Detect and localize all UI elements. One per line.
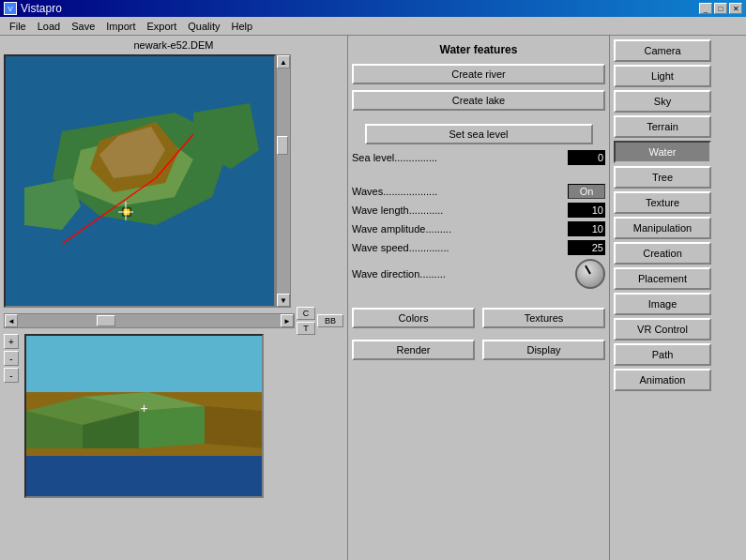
scroll-down-button[interactable]: ▼: [277, 294, 290, 307]
nav-terrain-button[interactable]: Terrain: [614, 115, 711, 138]
nav-water-button[interactable]: Water: [614, 141, 711, 163]
left-panel: newark-e52.DEM: [0, 36, 347, 560]
wave-direction-row: Wave direction.........: [352, 259, 605, 289]
3d-view[interactable]: +: [24, 334, 264, 498]
close-button[interactable]: ✕: [729, 3, 742, 14]
3d-terrain: [26, 392, 262, 456]
scroll-right-button[interactable]: ►: [281, 314, 294, 327]
title-bar: V Vistapro _ □ ✕: [0, 0, 746, 17]
wave-speed-row: Wave speed.............. 25: [352, 240, 605, 255]
wave-amplitude-row: Wave amplitude......... 10: [352, 221, 605, 236]
waves-label: Waves...................: [352, 186, 568, 197]
create-lake-button[interactable]: Create lake: [352, 90, 605, 111]
dial-indicator: [585, 265, 591, 275]
zoom-plus-button[interactable]: +: [4, 334, 19, 349]
sea-level-row: Sea level............... 0: [352, 150, 605, 165]
map-title: newark-e52.DEM: [4, 39, 343, 51]
wave-length-value[interactable]: 10: [568, 203, 605, 218]
window-title: Vistapro: [21, 2, 62, 15]
create-river-button[interactable]: Create river: [352, 64, 605, 84]
menu-load[interactable]: Load: [32, 20, 66, 33]
right-nav-panel: Camera Light Sky Terrain Water Tree Text…: [610, 36, 715, 560]
maximize-button[interactable]: □: [714, 3, 727, 14]
scroll-left-button[interactable]: ◄: [5, 314, 18, 327]
wave-speed-value[interactable]: 25: [568, 240, 605, 255]
wave-direction-label: Wave direction.........: [352, 268, 575, 280]
wave-length-label: Wave length............: [352, 204, 568, 216]
nav-animation-button[interactable]: Animation: [614, 369, 711, 391]
panel-title: Water features: [352, 39, 605, 64]
wave-amplitude-value[interactable]: 10: [568, 221, 605, 236]
svg-marker-18: [205, 406, 264, 448]
scrollbar-thumb-v[interactable]: [277, 136, 288, 155]
menu-save[interactable]: Save: [66, 20, 100, 33]
zoom-minus2-button[interactable]: -: [4, 368, 19, 383]
sea-level-value[interactable]: 0: [568, 150, 605, 165]
wave-length-row: Wave length............ 10: [352, 203, 605, 218]
zoom-minus-button[interactable]: -: [4, 351, 19, 366]
map-view-container: ▲ ▼: [4, 54, 343, 308]
c-button[interactable]: C: [297, 307, 315, 320]
nav-tree-button[interactable]: Tree: [614, 166, 711, 189]
view3d-container: + - -: [4, 334, 343, 498]
textures-button[interactable]: Textures: [482, 308, 605, 328]
nav-creation-button[interactable]: Creation: [614, 242, 711, 265]
set-sea-level-button[interactable]: Set sea level: [365, 124, 593, 144]
nav-image-button[interactable]: Image: [614, 293, 711, 315]
wave-amplitude-label: Wave amplitude.........: [352, 223, 568, 235]
terrain-map-svg: [6, 56, 276, 308]
colors-textures-row: Colors Textures: [352, 308, 605, 328]
app-icon: V: [4, 2, 17, 15]
nav-placement-button[interactable]: Placement: [614, 267, 711, 290]
t-button[interactable]: T: [297, 322, 315, 335]
bb-button[interactable]: BB: [317, 314, 343, 327]
waves-row: Waves................... On: [352, 184, 605, 199]
3d-water: [26, 456, 262, 496]
menu-import[interactable]: Import: [100, 20, 141, 33]
menu-bar: File Load Save Import Export Quality Hel…: [0, 17, 746, 36]
map-bottom-bar: ◄ ► C T BB: [4, 311, 343, 330]
map-scrollbar-vertical[interactable]: ▲ ▼: [276, 54, 291, 308]
menu-file[interactable]: File: [4, 20, 32, 33]
nav-manipulation-button[interactable]: Manipulation: [614, 217, 711, 239]
nav-vr-control-button[interactable]: VR Control: [614, 318, 711, 341]
render-button[interactable]: Render: [352, 340, 475, 360]
waves-toggle[interactable]: On: [568, 184, 605, 199]
wave-direction-dial[interactable]: [575, 259, 605, 289]
water-features-panel: Water features Create river Create lake …: [347, 36, 610, 560]
menu-export[interactable]: Export: [141, 20, 182, 33]
scroll-up-button[interactable]: ▲: [277, 55, 290, 68]
map-view[interactable]: [4, 54, 276, 308]
scrollbar-track-v[interactable]: [277, 68, 290, 294]
render-display-row: Render Display: [352, 340, 605, 360]
main-container: newark-e52.DEM: [0, 36, 746, 560]
menu-help[interactable]: Help: [226, 20, 259, 33]
wave-speed-label: Wave speed..............: [352, 242, 568, 253]
nav-camera-button[interactable]: Camera: [614, 39, 711, 62]
3d-sky: [26, 336, 262, 392]
minimize-button[interactable]: _: [699, 3, 712, 14]
sea-level-label: Sea level...............: [352, 152, 568, 163]
svg-marker-16: [139, 406, 205, 448]
menu-quality[interactable]: Quality: [182, 20, 225, 33]
display-button[interactable]: Display: [482, 340, 605, 360]
nav-path-button[interactable]: Path: [614, 343, 711, 366]
nav-texture-button[interactable]: Texture: [614, 191, 711, 214]
scrollbar-thumb-h[interactable]: [97, 315, 115, 326]
colors-button[interactable]: Colors: [352, 308, 475, 328]
ct-buttons: C T: [297, 307, 315, 335]
map-scrollbar-horizontal[interactable]: ◄ ►: [4, 313, 295, 328]
scrollbar-track-h[interactable]: [18, 314, 281, 327]
nav-light-button[interactable]: Light: [614, 65, 711, 87]
nav-sky-button[interactable]: Sky: [614, 90, 711, 113]
zoom-controls: + - -: [4, 334, 21, 498]
